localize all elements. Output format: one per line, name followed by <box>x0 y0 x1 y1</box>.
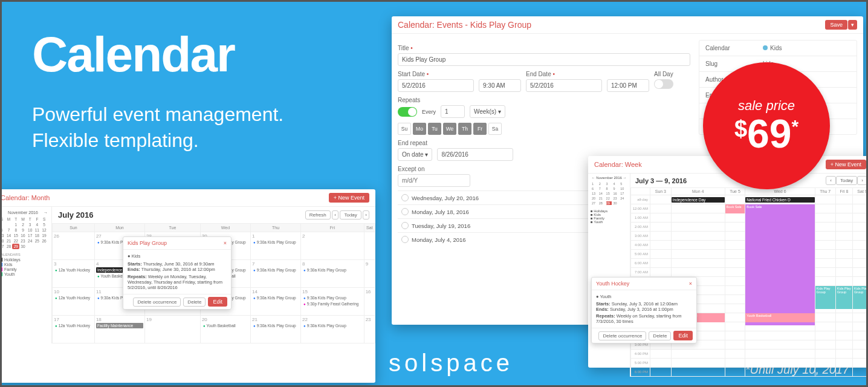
start-time-input[interactable] <box>479 79 521 92</box>
week-title: Calendar: Week <box>594 161 642 168</box>
save-button[interactable]: Save <box>825 20 847 30</box>
delete-button[interactable]: Delete <box>183 298 206 307</box>
close-icon[interactable]: × <box>689 281 692 287</box>
refresh-button[interactable]: Refresh <box>305 210 331 220</box>
delete-occurrence-button[interactable]: Delete occurrence <box>133 298 181 307</box>
week-mini-calendar[interactable]: ← November 2016 → 1234567891013141516172… <box>588 174 630 377</box>
hero-line1: Powerful event management. <box>32 103 283 125</box>
title-input[interactable] <box>398 53 690 66</box>
end-on-input[interactable] <box>437 148 513 161</box>
new-event-button[interactable]: + New Event <box>329 193 369 203</box>
brand-logo: solspace <box>389 350 513 377</box>
hero-subtitle: Powerful event management. Flexible temp… <box>32 102 283 154</box>
interval-input[interactable] <box>441 105 465 118</box>
close-icon[interactable]: × <box>224 240 227 246</box>
event-popup-kids: Kids Play Group× ● Kids Starts: Thursday… <box>123 236 232 310</box>
month-heading: July 2016 <box>58 210 94 220</box>
day-picker[interactable]: SuMoTuWeThFrSa <box>398 123 690 135</box>
today-button-week[interactable]: Today <box>836 176 857 185</box>
title-label: Title <box>398 45 690 51</box>
today-button[interactable]: Today <box>340 210 361 220</box>
end-time-input[interactable] <box>607 79 649 92</box>
events-title: Calendar: Events - Kids Play Group <box>398 20 531 30</box>
hero-title: Calendar <box>32 26 235 83</box>
hero-line2: Flexible templating. <box>32 129 199 151</box>
price-badge: sale price $69* <box>703 62 830 189</box>
save-dropdown-icon[interactable]: ▾ <box>848 20 857 30</box>
month-mini-calendar[interactable]: ←November 2016→ SMTWTFS 12345 6789101112… <box>0 207 52 343</box>
end-date-input[interactable] <box>526 79 602 92</box>
allday-toggle[interactable] <box>654 79 673 89</box>
except-input[interactable] <box>398 174 470 187</box>
end-mode-select[interactable]: On date ▾ <box>398 148 432 161</box>
start-date-input[interactable] <box>398 79 474 92</box>
price-amount: $69* <box>734 114 798 154</box>
unit-select[interactable]: Week(s) ▾ <box>470 105 505 118</box>
event-popup-youth: Youth Hockey× ● Youth Starts: Sunday, Ju… <box>591 277 697 343</box>
new-event-button-week[interactable]: + New Event <box>826 160 866 169</box>
edit-button[interactable]: Edit <box>208 297 227 307</box>
month-title: Calendar: Month <box>1 194 50 201</box>
repeats-toggle[interactable] <box>398 107 417 117</box>
week-heading: July 3 — 9, 2016 <box>635 177 687 184</box>
